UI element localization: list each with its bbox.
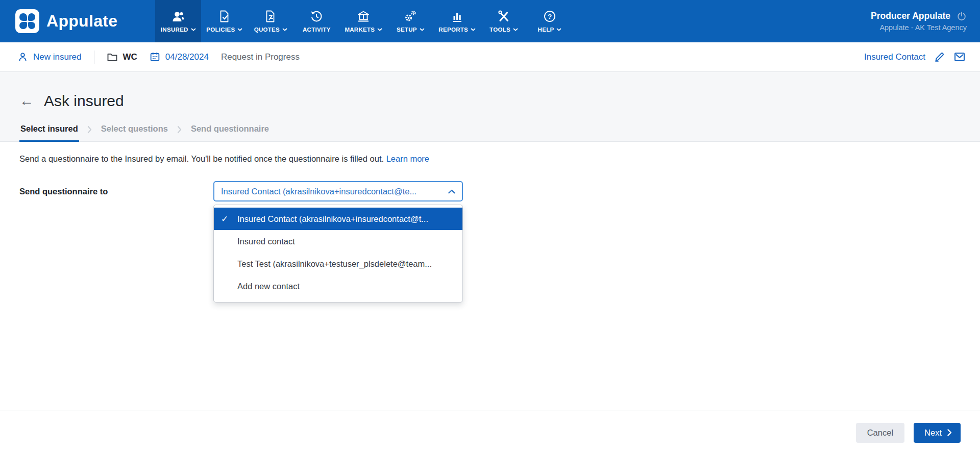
bar-chart-icon bbox=[451, 10, 463, 23]
step-separator-icon bbox=[177, 125, 182, 139]
main-nav: INSURED POLICIES QUOTES ACTIVITY bbox=[155, 0, 573, 42]
wizard-steps: Select insured Select questions Send que… bbox=[0, 123, 980, 142]
chevron-down-icon bbox=[191, 28, 196, 31]
person-icon bbox=[17, 52, 28, 62]
bank-icon bbox=[357, 10, 370, 23]
send-to-dropdown: ✓ Insured Contact (akrasilnikova+insured… bbox=[213, 205, 463, 302]
nav-item-policies[interactable]: POLICIES bbox=[201, 0, 248, 42]
user-name: Producer Appulate bbox=[871, 11, 950, 21]
nav-label: MARKETS bbox=[345, 27, 375, 33]
checkmark-icon: ✓ bbox=[221, 215, 233, 223]
tools-icon bbox=[497, 10, 510, 23]
learn-more-link[interactable]: Learn more bbox=[386, 154, 429, 163]
dropdown-option[interactable]: Insured contact bbox=[214, 230, 462, 253]
nav-item-quotes[interactable]: QUOTES bbox=[248, 0, 293, 42]
users-icon bbox=[172, 10, 185, 23]
appulate-logo-icon bbox=[15, 9, 39, 33]
new-insured-label: New insured bbox=[33, 52, 82, 62]
insured-contact-link[interactable]: Insured Contact bbox=[864, 52, 925, 62]
request-status: Request in Progress bbox=[221, 52, 300, 62]
toolbar-divider bbox=[94, 51, 94, 64]
nav-label: REPORTS bbox=[438, 27, 468, 33]
line-of-business[interactable]: WC bbox=[107, 52, 137, 62]
chevron-down-icon bbox=[237, 28, 242, 31]
nav-label: ACTIVITY bbox=[303, 27, 331, 33]
effective-date-value: 04/28/2024 bbox=[165, 52, 209, 62]
option-label: Add new contact bbox=[237, 282, 300, 291]
option-label: Insured contact bbox=[237, 237, 295, 246]
gears-icon bbox=[404, 10, 417, 23]
page-description: Send a questionnaire to the Insured by e… bbox=[19, 154, 980, 164]
request-status-label: Request in Progress bbox=[221, 52, 300, 62]
back-arrow-icon[interactable]: ← bbox=[19, 94, 34, 108]
question-icon: ? bbox=[543, 10, 556, 23]
nav-label: TOOLS bbox=[489, 27, 510, 33]
next-label: Next bbox=[924, 428, 942, 438]
nav-label: HELP bbox=[538, 27, 554, 33]
option-label: Insured Contact (akrasilnikova+insuredco… bbox=[237, 214, 428, 224]
lob-code: WC bbox=[123, 52, 137, 62]
power-icon[interactable] bbox=[957, 11, 967, 21]
send-to-label: Send questionnaire to bbox=[19, 187, 213, 196]
next-button[interactable]: Next bbox=[914, 423, 961, 443]
appulate-app: Appulate INSURED POLICIES QUOTES bbox=[0, 0, 980, 454]
user-info: Producer Appulate Appulate - AK Test Age… bbox=[871, 0, 980, 42]
send-to-select-wrap: Insured Contact (akrasilnikova+insuredco… bbox=[213, 181, 463, 201]
step-select-questions[interactable]: Select questions bbox=[100, 123, 169, 142]
page-head: ← Ask insured Select insured Select ques… bbox=[0, 72, 980, 142]
effective-date[interactable]: 04/28/2024 bbox=[150, 52, 209, 62]
user-agency: Appulate - AK Test Agency bbox=[879, 23, 967, 32]
dropdown-option-add-new-contact[interactable]: Add new contact bbox=[214, 275, 462, 297]
step-select-insured[interactable]: Select insured bbox=[19, 123, 79, 142]
chevron-down-icon bbox=[513, 28, 518, 31]
page-title: Ask insured bbox=[44, 92, 124, 110]
document-check-icon bbox=[218, 10, 231, 23]
dropdown-option[interactable]: ✓ Insured Contact (akrasilnikova+insured… bbox=[214, 208, 462, 230]
clover-icon bbox=[19, 13, 35, 29]
nav-label: QUOTES bbox=[254, 27, 280, 33]
nav-item-reports[interactable]: REPORTS bbox=[433, 0, 481, 42]
svg-text:?: ? bbox=[548, 13, 552, 20]
nav-item-markets[interactable]: MARKETS bbox=[339, 0, 387, 42]
chevron-down-icon bbox=[377, 28, 382, 31]
nav-item-help[interactable]: ? HELP bbox=[527, 0, 573, 42]
pencil-icon[interactable] bbox=[934, 51, 945, 63]
content-area: Send a questionnaire to the Insured by e… bbox=[0, 142, 980, 411]
brand-name: Appulate bbox=[46, 12, 117, 31]
nav-item-setup[interactable]: SETUP bbox=[387, 0, 433, 42]
toolbar-right: Insured Contact bbox=[864, 51, 966, 63]
nav-label: POLICIES bbox=[206, 27, 235, 33]
calendar-icon bbox=[150, 52, 160, 62]
nav-item-tools[interactable]: TOOLS bbox=[481, 0, 527, 42]
nav-label: SETUP bbox=[397, 27, 417, 33]
nav-item-insured[interactable]: INSURED bbox=[155, 0, 201, 42]
step-separator-icon bbox=[87, 125, 92, 139]
brand[interactable]: Appulate bbox=[0, 0, 117, 42]
new-insured-link[interactable]: New insured bbox=[17, 52, 82, 62]
chevron-down-icon bbox=[282, 28, 287, 31]
history-clock-icon bbox=[310, 10, 323, 23]
chevron-right-icon bbox=[947, 429, 952, 436]
insured-toolbar: New insured WC 04/28/2024 Request in Pro… bbox=[0, 42, 980, 72]
wizard-footer: Cancel Next bbox=[0, 411, 980, 454]
send-to-select[interactable]: Insured Contact (akrasilnikova+insuredco… bbox=[213, 181, 463, 201]
step-send-questionnaire[interactable]: Send questionnaire bbox=[190, 123, 270, 142]
top-nav-bar: Appulate INSURED POLICIES QUOTES bbox=[0, 0, 980, 42]
select-value: Insured Contact (akrasilnikova+insuredco… bbox=[221, 187, 416, 196]
send-to-row: Send questionnaire to Insured Contact (a… bbox=[19, 181, 980, 201]
option-label: Test Test (akrasilnikova+testuser_plsdel… bbox=[237, 259, 432, 269]
chevron-down-icon bbox=[420, 28, 425, 31]
chevron-up-icon bbox=[448, 189, 455, 194]
nav-label: INSURED bbox=[161, 27, 188, 33]
document-hourglass-icon bbox=[264, 10, 277, 23]
dropdown-option[interactable]: Test Test (akrasilnikova+testuser_plsdel… bbox=[214, 253, 462, 275]
chevron-down-icon bbox=[471, 28, 476, 31]
chevron-down-icon bbox=[556, 28, 561, 31]
nav-item-activity[interactable]: ACTIVITY bbox=[293, 0, 339, 42]
cancel-button[interactable]: Cancel bbox=[856, 423, 904, 443]
envelope-icon[interactable] bbox=[953, 52, 966, 62]
description-text: Send a questionnaire to the Insured by e… bbox=[19, 154, 384, 163]
folder-icon bbox=[107, 52, 118, 62]
